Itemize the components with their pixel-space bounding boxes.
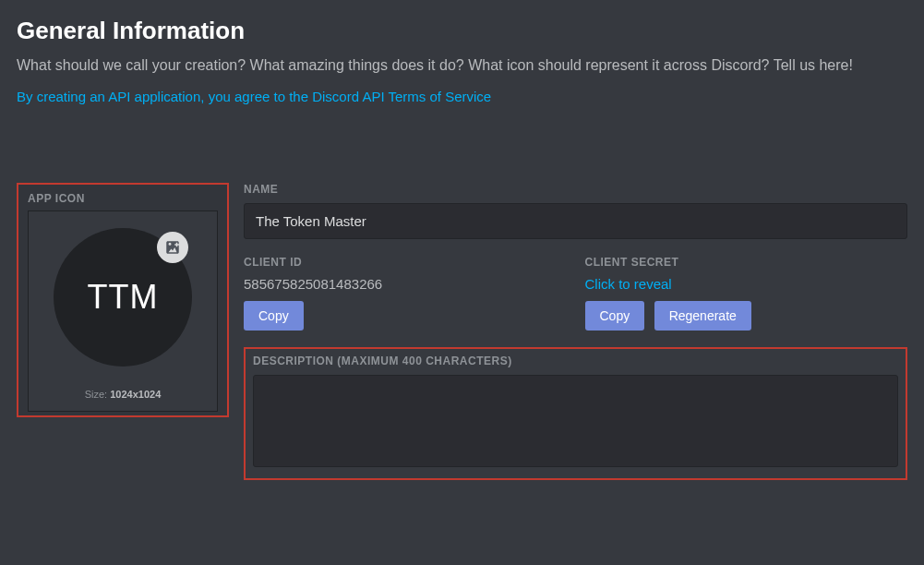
client-secret-label: CLIENT SECRET [585,256,908,269]
app-icon-upload-zone[interactable]: TTM Size: 1024x1024 [28,210,218,412]
page-subtitle: What should we call your creation? What … [17,54,907,76]
name-label: NAME [244,183,907,196]
name-input[interactable] [244,203,907,239]
page-title: General Information [17,17,907,45]
name-section: NAME [244,183,907,239]
description-label: DESCRIPTION (MAXIMUM 400 CHARACTERS) [253,355,898,367]
avatar-initials: TTM [88,278,159,317]
regenerate-secret-button[interactable]: Regenerate [654,301,751,331]
copy-client-secret-button[interactable]: Copy [585,301,645,331]
description-textarea[interactable] [253,375,898,467]
app-icon-label: APP ICON [28,192,218,205]
client-id-label: CLIENT ID [244,256,567,269]
copy-client-id-button[interactable]: Copy [244,301,304,331]
app-icon-size: Size: 1024x1024 [85,389,162,400]
description-section: DESCRIPTION (MAXIMUM 400 CHARACTERS) [244,347,907,480]
reveal-secret-link[interactable]: Click to reveal [585,276,672,292]
tos-link[interactable]: By creating an API application, you agre… [17,89,491,104]
client-id-section: CLIENT ID 585675825081483266 Copy [244,256,567,331]
client-id-value: 585675825081483266 [244,276,567,292]
client-secret-section: CLIENT SECRET Click to reveal Copy Regen… [585,256,908,331]
app-icon-section: APP ICON TTM Size: 1024x1024 [17,183,229,417]
upload-image-icon[interactable] [157,232,188,263]
